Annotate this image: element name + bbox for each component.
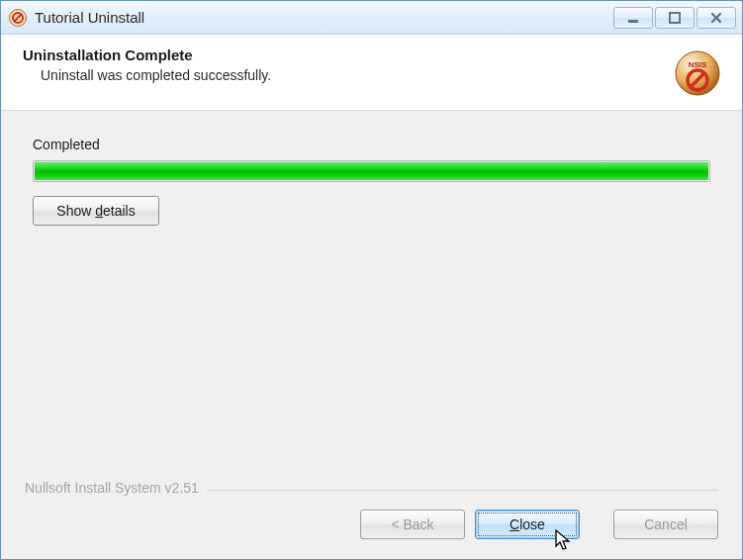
svg-text:NSIS: NSIS	[689, 60, 707, 69]
nav-buttons: < Back Close Cancel	[25, 510, 718, 539]
page-header: Uninstallation Complete Uninstall was co…	[1, 35, 742, 111]
window-controls	[613, 7, 736, 29]
progress-fill	[35, 162, 708, 180]
cancel-button: Cancel	[613, 510, 718, 539]
back-button: < Back	[360, 510, 465, 539]
nsis-badge-icon: NSIS	[675, 50, 720, 96]
app-icon	[9, 9, 27, 27]
page-subtitle: Uninstall was completed successfully.	[23, 67, 675, 83]
branding-text: Nullsoft Install System v2.51	[25, 480, 207, 496]
divider	[207, 490, 718, 491]
maximize-button[interactable]	[655, 7, 695, 29]
svg-rect-4	[670, 13, 680, 23]
close-window-button[interactable]	[697, 7, 736, 29]
minimize-button[interactable]	[613, 7, 653, 29]
titlebar[interactable]: Tutorial Uninstall	[1, 1, 742, 35]
close-button[interactable]: Close	[475, 510, 580, 539]
window-title: Tutorial Uninstall	[35, 9, 605, 26]
page-title: Uninstallation Complete	[23, 47, 675, 63]
content-area: Completed Show details	[1, 111, 742, 480]
status-label: Completed	[33, 137, 710, 152]
svg-rect-3	[628, 20, 638, 23]
footer: Nullsoft Install System v2.51 < Back Clo…	[1, 480, 742, 559]
progress-bar	[33, 160, 710, 182]
uninstall-window: Tutorial Uninstall Uninstallation Comple…	[0, 0, 743, 560]
show-details-button[interactable]: Show details	[33, 196, 159, 226]
